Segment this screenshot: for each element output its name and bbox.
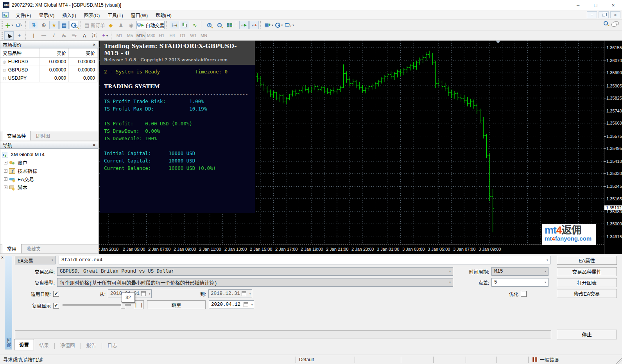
ea-file-select[interactable]: StaidForex.ex4▾ [59, 256, 550, 264]
table-row[interactable]: ◎EURUSD 0.00000 0.00000 [0, 58, 98, 66]
tester-close-icon[interactable]: × [1, 255, 4, 260]
skip-to-button[interactable]: 跳至 [147, 300, 206, 309]
menu-view[interactable]: 显示(V) [35, 11, 58, 20]
status-profile[interactable]: Default [296, 357, 355, 363]
menu-tools[interactable]: 工具(T) [104, 11, 127, 20]
tab-symbols[interactable]: 交易品种 [2, 131, 31, 141]
tree-item-scripts[interactable]: + 脚本 [2, 183, 97, 191]
navigator-toggle-icon[interactable]: ★ [49, 21, 59, 29]
stop-button[interactable]: 停止 [557, 330, 617, 339]
ea-type-select[interactable]: EA交易▾ [15, 256, 56, 264]
arrows-icon[interactable]: ✦▾ [100, 31, 109, 40]
spread-select[interactable]: 5▾ [491, 278, 549, 287]
tree-item-indicators[interactable]: + f 技术指标 [2, 167, 97, 175]
tree-item-accounts[interactable]: + 账户 [2, 159, 97, 167]
child-close-icon[interactable]: × [610, 11, 620, 18]
auto-trading-button[interactable]: ⛁▶自动交易 [136, 21, 165, 29]
line-chart-icon[interactable]: ∿ [190, 21, 199, 29]
indicators-icon[interactable]: ▦+▾ [264, 21, 273, 29]
period-select[interactable]: M15▾ [491, 267, 549, 276]
terminal-toggle-icon[interactable]: ▤ [59, 21, 69, 29]
horizontal-line-icon[interactable]: — [39, 31, 48, 40]
tab-common[interactable]: 常用 [2, 244, 22, 253]
chart-shift-icon[interactable]: ⌐+ [249, 21, 259, 29]
pause-button[interactable]: | | [134, 300, 144, 309]
expand-icon[interactable]: + [4, 186, 7, 189]
vertical-line-icon[interactable]: | [29, 31, 38, 40]
column-bid[interactable]: 卖价 [40, 48, 69, 58]
column-symbol[interactable]: 交易品种 [0, 48, 40, 58]
use-date-checkbox[interactable]: ✔ [53, 291, 59, 297]
minimize-icon[interactable]: – [569, 0, 587, 10]
timeframe-mn[interactable]: MN [199, 32, 209, 39]
expand-icon[interactable]: + [4, 161, 7, 164]
auto-scroll-icon[interactable]: ⌐▶ [239, 21, 249, 29]
timeframe-d1[interactable]: D1 [178, 32, 188, 39]
expand-icon[interactable]: + [4, 169, 7, 173]
tab-favorites[interactable]: 收藏夹 [22, 244, 46, 253]
chart-menu-icon[interactable] [2, 12, 9, 18]
tab-report[interactable]: 报告 [81, 339, 101, 350]
menu-file[interactable]: 文件(F) [12, 11, 35, 20]
menu-charts[interactable]: 图表(C) [80, 11, 104, 20]
data-window-icon[interactable]: ⊕ [39, 21, 48, 29]
strategy-tester-toggle-icon[interactable] [70, 21, 79, 29]
new-chart-icon[interactable]: ＋▾ [4, 21, 14, 29]
timeframe-m15[interactable]: M15 [136, 32, 145, 39]
fibonacci-icon[interactable]: ≣F [70, 31, 79, 40]
cursor-icon[interactable] [4, 31, 14, 40]
tree-item-account-root[interactable]: XM Global MT4 [2, 150, 97, 159]
tab-journal[interactable]: 日志 [102, 339, 122, 350]
symbol-select[interactable]: GBPUSD, Great Britan Pound vs US Dollar▾ [57, 267, 453, 276]
open-chart-button[interactable]: 打开图表 [557, 278, 617, 287]
expand-icon[interactable]: + [4, 177, 7, 181]
modify-ea-button[interactable]: 修改EA交易 [557, 289, 617, 298]
child-restore-icon[interactable] [599, 11, 609, 18]
bar-chart-icon[interactable]: ⊦⊣ [170, 21, 179, 29]
script-icon[interactable]: ♟ [116, 21, 125, 29]
metaeditor-icon[interactable]: ◆ [106, 21, 115, 29]
menu-insert[interactable]: 插入(I) [58, 11, 80, 20]
chart-region[interactable]: Trading System: STAIDFOREX-GBPUSD-M15 - … [99, 41, 622, 254]
templates-icon[interactable]: 🗔∿▾ [285, 21, 294, 29]
to-date-field[interactable]: 2019.12.31▾ [208, 289, 252, 298]
resize-grip[interactable] [616, 358, 622, 364]
market-watch-toggle-icon[interactable]: ⇅ [29, 21, 38, 29]
optimize-checkbox[interactable] [521, 291, 527, 297]
tile-windows-icon[interactable] [225, 21, 234, 29]
tab-settings[interactable]: 设置 [14, 339, 34, 350]
tab-graph[interactable]: 净值图 [55, 339, 80, 350]
zoom-out-icon[interactable]: − [215, 21, 224, 29]
text-label-icon[interactable]: T [90, 31, 99, 40]
tab-results[interactable]: 结果 [34, 339, 54, 350]
maximize-icon[interactable]: □ [587, 0, 604, 10]
search-icon[interactable] [604, 21, 608, 25]
tab-tick-chart[interactable]: 即时图 [31, 131, 55, 141]
navigator-close-icon[interactable]: × [93, 143, 95, 147]
timeframe-w1[interactable]: W1 [188, 32, 198, 39]
menu-help[interactable]: 帮助(H) [152, 11, 176, 20]
chat-icon[interactable] [613, 21, 619, 25]
time-axis[interactable]: 2 Jan 20182 Jan 05:002 Jan 07:002 Jan 09… [99, 244, 604, 254]
zoom-in-icon[interactable]: + [204, 21, 214, 29]
profiles-icon[interactable]: ▾ [14, 21, 24, 29]
tree-item-experts[interactable]: + EA交易 [2, 175, 97, 183]
text-icon[interactable]: A [80, 31, 89, 40]
timeframe-h1[interactable]: H1 [157, 32, 167, 39]
visual-speed-slider[interactable] [63, 304, 131, 306]
timeframe-h4[interactable]: H4 [167, 32, 177, 39]
timeframe-m30[interactable]: M30 [146, 32, 156, 39]
timeframe-m5[interactable]: M5 [125, 32, 135, 39]
column-ask[interactable]: 买价 [69, 48, 98, 58]
candlestick-chart-icon[interactable] [180, 21, 189, 29]
table-row[interactable]: ◎USDJPY 0.000 0.000 [0, 74, 98, 82]
news-icon[interactable]: ◉ [126, 21, 136, 29]
timeframe-m1[interactable]: M1 [115, 32, 124, 39]
skip-to-date-field[interactable]: 2020.04.12▾ [209, 300, 254, 309]
trendline-icon[interactable]: / [49, 31, 59, 40]
ea-properties-button[interactable]: EA属性 [557, 256, 617, 265]
table-row[interactable]: ◎GBPUSD 0.00000 0.00000 [0, 66, 98, 74]
market-watch-close-icon[interactable]: × [93, 42, 95, 47]
price-scale[interactable]: 1.361551.360701.359901.359051.358251.357… [604, 41, 622, 254]
symbol-properties-button[interactable]: 交易品种属性 [557, 267, 617, 276]
